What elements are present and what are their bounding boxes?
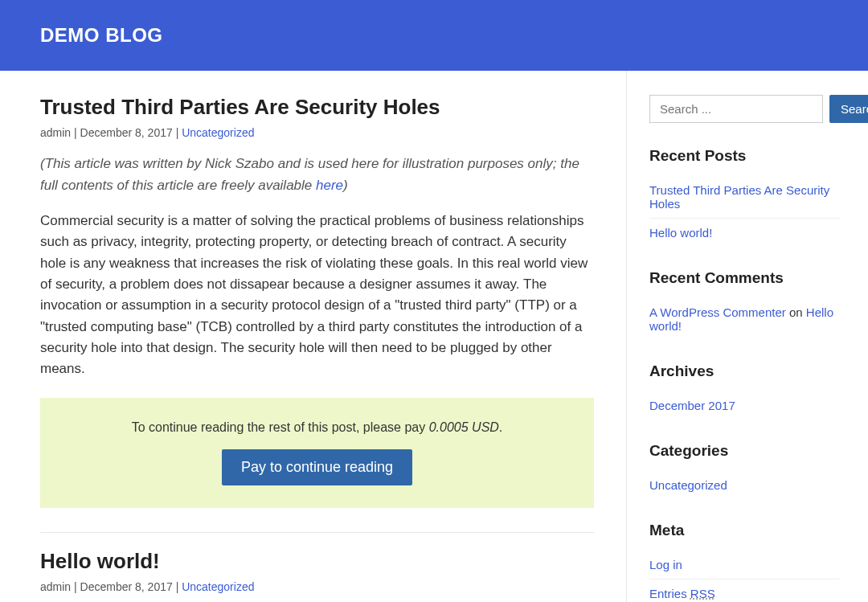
list-item: Trusted Third Parties Are Security Holes (649, 176, 840, 219)
site-header: DEMO BLOG (0, 0, 868, 71)
search-widget: Search (649, 95, 840, 123)
widget-title: Recent Posts (649, 147, 840, 165)
widget-title: Recent Comments (649, 269, 840, 287)
post-title[interactable]: Trusted Third Parties Are Security Holes (40, 95, 594, 120)
search-button[interactable]: Search (829, 95, 868, 123)
post: Trusted Third Parties Are Security Holes… (40, 95, 594, 533)
category-link[interactable]: Uncategorized (649, 478, 727, 492)
post-category-link[interactable]: Uncategorized (182, 580, 254, 593)
list-item: Entries RSS (649, 579, 840, 602)
meta-widget: Meta Log in Entries RSS Comments RSS (649, 522, 840, 602)
post-date: December 8, 2017 (80, 580, 173, 593)
login-link[interactable]: Log in (649, 558, 682, 571)
search-input[interactable] (649, 95, 823, 123)
list-item: Uncategorized (649, 471, 840, 499)
paywall-amount: 0.0005 USD (429, 420, 499, 434)
content-container: Trusted Third Parties Are Security Holes… (0, 71, 868, 602)
widget-title: Categories (649, 442, 840, 460)
sidebar: Search Recent Posts Trusted Third Partie… (627, 71, 868, 602)
categories-widget: Categories Uncategorized (649, 442, 840, 499)
list-item: Hello world! (649, 219, 840, 247)
recent-comments-widget: Recent Comments A WordPress Commenter on… (649, 269, 840, 340)
post-category-link[interactable]: Uncategorized (182, 126, 254, 139)
post-meta: admin | December 8, 2017 | Uncategorized (40, 580, 594, 593)
list-item: A WordPress Commenter on Hello world! (649, 298, 840, 340)
post-author: admin (40, 126, 71, 139)
paywall-box: To continue reading the rest of this pos… (40, 398, 594, 508)
pay-button[interactable]: Pay to continue reading (222, 449, 412, 485)
post: Hello world! admin | December 8, 2017 | … (40, 549, 594, 602)
post-intro: (This article was written by Nick Szabo … (40, 154, 594, 196)
paywall-text: To continue reading the rest of this pos… (56, 420, 578, 435)
widget-title: Meta (649, 522, 840, 539)
widget-title: Archives (649, 362, 840, 380)
main-content: Trusted Third Parties Are Security Holes… (0, 71, 627, 602)
entries-rss-link[interactable]: Entries RSS (649, 587, 715, 600)
list-item: December 2017 (649, 391, 840, 420)
post-title[interactable]: Hello world! (40, 549, 594, 574)
post-date: December 8, 2017 (80, 126, 173, 139)
archives-widget: Archives December 2017 (649, 362, 840, 420)
intro-link-here[interactable]: here (316, 178, 343, 193)
comment-author-link[interactable]: A WordPress Commenter (649, 305, 786, 319)
list-item: Log in (649, 551, 840, 579)
recent-posts-widget: Recent Posts Trusted Third Parties Are S… (649, 147, 840, 247)
recent-post-link[interactable]: Hello world! (649, 226, 712, 240)
archive-link[interactable]: December 2017 (649, 399, 735, 412)
post-meta: admin | December 8, 2017 | Uncategorized (40, 126, 594, 139)
post-author: admin (40, 580, 71, 593)
site-title[interactable]: DEMO BLOG (40, 24, 828, 47)
post-body: Commercial security is a matter of solvi… (40, 211, 594, 380)
recent-post-link[interactable]: Trusted Third Parties Are Security Holes (649, 183, 829, 211)
